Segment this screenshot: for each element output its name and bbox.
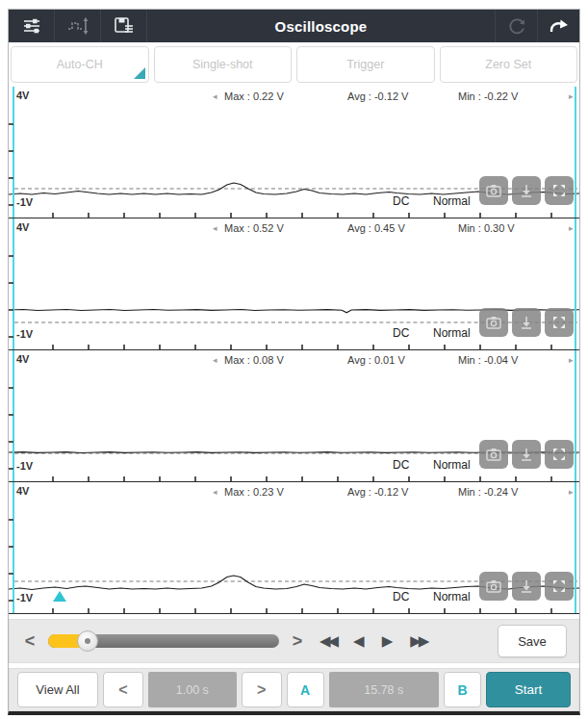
channel-panel-2[interactable]: 4V -1V ◂ Max : 0.52 V Avg : 0.45 V Min :…: [9, 218, 579, 350]
auto-ch-button[interactable]: Auto-CH: [11, 46, 149, 83]
waveform-range-button[interactable]: [55, 10, 101, 42]
snapshot-button[interactable]: [479, 572, 508, 601]
window-decrease-button[interactable]: <: [103, 672, 143, 707]
single-shot-button[interactable]: Single-shot: [154, 46, 293, 83]
scroll-left-button[interactable]: <: [21, 631, 38, 652]
time-ticks: [18, 345, 579, 349]
chevron-right-icon: ▸: [569, 91, 574, 101]
camera-icon: [486, 448, 501, 461]
position-slider[interactable]: [48, 634, 279, 648]
chevron-left-icon: ◂: [213, 487, 217, 497]
snapshot-button[interactable]: [479, 440, 508, 469]
min-value: Min : -0.22 V: [458, 90, 518, 102]
download-arrow-icon: [520, 316, 533, 329]
cursor-a-button[interactable]: A: [287, 672, 324, 707]
chevron-left-icon: ◂: [213, 355, 217, 365]
start-button[interactable]: Start: [486, 672, 571, 707]
max-value: Max : 0.52 V: [224, 222, 284, 234]
min-value: Min : -0.04 V: [458, 354, 518, 366]
transport-bar: < > ◀◀ ◀ ▶ ▶▶ Save: [9, 619, 579, 663]
snapshot-button[interactable]: [479, 308, 508, 337]
download-arrow-icon: [520, 448, 533, 461]
zero-set-button[interactable]: Zero Set: [440, 46, 578, 83]
chevron-right-icon: ▸: [569, 487, 574, 497]
waveform-range-icon: [66, 15, 89, 37]
oscilloscope-app: Oscilloscope Auto-CH Single-shot Trigger: [8, 9, 580, 715]
fast-forward-button[interactable]: ▶▶: [406, 632, 430, 650]
step-back-button[interactable]: ◀: [349, 632, 369, 650]
range-bottom-label: -1V: [16, 460, 33, 472]
rewind-button[interactable]: ◀◀: [316, 632, 340, 650]
download-button[interactable]: [512, 176, 541, 205]
download-button[interactable]: [512, 440, 541, 469]
expand-icon: [552, 448, 566, 461]
trigger-button[interactable]: Trigger: [296, 46, 435, 83]
coupling-label: DC: [393, 458, 409, 472]
avg-value: Avg : -0.12 V: [347, 486, 408, 498]
settings-sliders-button[interactable]: [9, 10, 55, 42]
chevron-right-icon: ▸: [569, 223, 574, 233]
channel-panel-3[interactable]: 4V -1V ◂ Max : 0.08 V Avg : 0.01 V Min :…: [9, 350, 579, 482]
download-arrow-icon: [520, 579, 533, 593]
slider-thumb[interactable]: [77, 630, 98, 652]
save-config-icon: [113, 15, 136, 37]
view-all-button[interactable]: View All: [17, 672, 98, 707]
channel-area: 4V -1V ◂ Max : 0.22 V Avg : -0.12 V Min …: [9, 87, 579, 614]
channel-panel-4[interactable]: 4V -1V ◂ Max : 0.23 V Avg : -0.12 V Min …: [9, 482, 579, 614]
channel-panel-1[interactable]: 4V -1V ◂ Max : 0.22 V Avg : -0.12 V Min …: [9, 87, 579, 218]
voltage-ticks: [9, 362, 13, 481]
download-button[interactable]: [512, 572, 541, 601]
range-bottom-label: -1V: [16, 196, 33, 208]
scroll-right-button[interactable]: >: [289, 631, 306, 652]
save-button[interactable]: Save: [498, 625, 567, 657]
avg-value: Avg : -0.12 V: [347, 90, 408, 102]
camera-icon: [486, 579, 501, 593]
mode-label: Normal: [433, 194, 471, 208]
avg-value: Avg : 0.01 V: [347, 354, 405, 366]
snapshot-button[interactable]: [479, 176, 508, 205]
trigger-label: Trigger: [346, 58, 384, 71]
page-title: Oscilloscope: [147, 10, 495, 42]
download-button[interactable]: [512, 308, 541, 337]
mode-label: Normal: [433, 590, 471, 603]
camera-icon: [486, 316, 501, 329]
time-ticks: [18, 213, 579, 218]
range-bottom-label: -1V: [16, 592, 33, 603]
time-window-value: 1.00 s: [148, 672, 237, 707]
settings-sliders-icon: [21, 15, 42, 37]
min-value: Min : -0.24 V: [458, 486, 518, 498]
coupling-label: DC: [393, 326, 409, 340]
mode-label: Normal: [433, 458, 471, 472]
back-button[interactable]: [537, 10, 579, 42]
mode-toolbar: Auto-CH Single-shot Trigger Zero Set: [9, 42, 579, 87]
expand-button[interactable]: [545, 572, 574, 601]
range-top-label: 4V: [16, 221, 29, 233]
cursor-b-button[interactable]: B: [444, 672, 481, 707]
download-arrow-icon: [520, 184, 533, 197]
camera-icon: [486, 184, 501, 197]
expand-button[interactable]: [545, 176, 574, 205]
coupling-label: DC: [393, 194, 409, 208]
trigger-position-marker[interactable]: [53, 591, 66, 602]
range-top-label: 4V: [16, 485, 29, 497]
range-top-label: 4V: [16, 353, 29, 365]
channel-right-border: [575, 218, 576, 349]
step-forward-button[interactable]: ▶: [378, 632, 397, 650]
expand-icon: [552, 184, 566, 197]
expand-button[interactable]: [545, 308, 574, 337]
top-bar: Oscilloscope: [9, 10, 579, 42]
avg-value: Avg : 0.45 V: [347, 222, 405, 234]
expand-button[interactable]: [545, 440, 574, 469]
refresh-icon: [506, 15, 527, 37]
back-arrow-icon: [548, 15, 571, 37]
expand-icon: [552, 316, 566, 329]
single-shot-label: Single-shot: [192, 58, 253, 71]
window-increase-button[interactable]: >: [242, 672, 282, 707]
footer-bar: View All < 1.00 s > A 15.78 s B Start: [9, 668, 579, 711]
range-top-label: 4V: [16, 90, 29, 101]
save-config-button[interactable]: [101, 10, 147, 42]
max-value: Max : 0.23 V: [224, 486, 284, 498]
chevron-right-icon: ▸: [569, 355, 574, 365]
voltage-ticks: [9, 230, 13, 349]
refresh-button[interactable]: [495, 10, 537, 42]
